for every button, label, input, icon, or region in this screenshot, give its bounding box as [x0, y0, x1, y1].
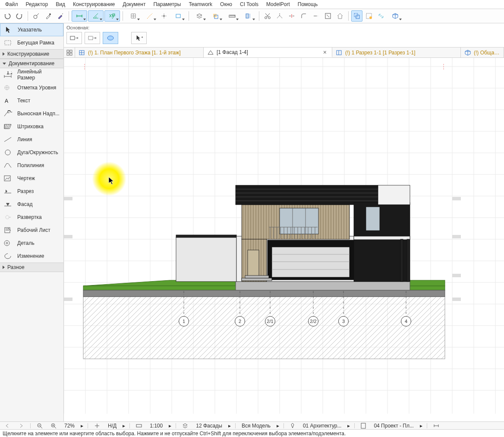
orientation[interactable]: [92, 423, 102, 429]
align-button[interactable]: [322, 10, 334, 22]
sheet-icon[interactable]: [359, 423, 368, 429]
tool-hatch[interactable]: Штриховка: [0, 120, 63, 133]
tool-line[interactable]: Линия: [0, 133, 63, 146]
tool-arc[interactable]: Дуга/Окружность: [0, 146, 63, 159]
section-document[interactable]: Документирование: [0, 59, 63, 68]
nd-value[interactable]: Н/Д: [106, 423, 118, 429]
split-button[interactable]: [286, 10, 297, 22]
suspend-group-button[interactable]: [363, 10, 375, 22]
cut-button[interactable]: [262, 10, 273, 22]
tab-3d[interactable]: (!) Общая Пер: [461, 48, 504, 57]
3d-view-button[interactable]: [387, 10, 403, 22]
tool-text[interactable]: AТекст: [0, 94, 63, 107]
separator: [69, 11, 69, 21]
chevron-right-icon[interactable]: ▸: [81, 423, 83, 429]
trace-button[interactable]: [208, 10, 224, 22]
model-name[interactable]: Вся Модель: [240, 423, 272, 429]
geometry-method-2[interactable]: [85, 32, 100, 44]
tool-worksheet[interactable]: Рабочий Лист: [0, 224, 63, 237]
pen-icon[interactable]: [288, 423, 297, 429]
tool-marquee[interactable]: Бегущая Рамка: [0, 36, 63, 49]
tab-overview-button[interactable]: [64, 48, 75, 57]
menu-document[interactable]: Документ: [119, 0, 149, 8]
measure-coord-button[interactable]: xy: [104, 10, 120, 22]
marquee-icon: [3, 38, 13, 47]
view-plane-button[interactable]: [170, 10, 186, 22]
zoom-value[interactable]: 72%: [63, 423, 76, 429]
inject-button[interactable]: [55, 10, 66, 22]
tool-leader[interactable]: A1Выносная Надп...: [0, 107, 63, 120]
svg-rect-31: [67, 50, 69, 52]
eyedropper-button[interactable]: [43, 10, 54, 22]
menu-parameters[interactable]: Параметры: [150, 0, 184, 8]
pick-button[interactable]: [31, 10, 42, 22]
section-construct[interactable]: Конструирование: [0, 49, 63, 59]
link-button[interactable]: [375, 10, 387, 22]
menu-teamwork[interactable]: Teamwork: [185, 0, 216, 8]
snap-point-button[interactable]: [158, 10, 170, 22]
dim-icon[interactable]: [432, 423, 441, 428]
chevron-right-icon[interactable]: ▸: [420, 423, 422, 429]
ruler-button[interactable]: [224, 10, 240, 22]
chevron-right-icon[interactable]: ▸: [347, 423, 350, 429]
close-tab-button[interactable]: ×: [321, 49, 328, 56]
chevron-right-icon[interactable]: ▸: [228, 423, 231, 429]
tab-plan[interactable]: (!) 1. План Первого Этажа [1. 1-й этаж]: [75, 48, 204, 57]
arch-name[interactable]: 01 Архитектур...: [301, 423, 343, 429]
pointer-mode[interactable]: [131, 32, 147, 44]
drawing-canvas[interactable]: 1 2 2/1 2/2 3 4: [64, 58, 504, 421]
redo-button[interactable]: [14, 10, 25, 22]
menu-construct[interactable]: Конструирование: [69, 0, 118, 8]
tool-unfold[interactable]: Развертка: [0, 211, 63, 224]
group-select-button[interactable]: [351, 10, 362, 22]
tool-linear-dim[interactable]: 1.2Линейный Размер: [0, 68, 63, 81]
geometry-method-1[interactable]: [66, 32, 82, 44]
snap-guides-button[interactable]: [142, 10, 158, 22]
measure-linear-button[interactable]: [72, 10, 87, 22]
measure-angle-button[interactable]: [88, 10, 104, 22]
layers-icon[interactable]: [180, 423, 190, 429]
extend-button[interactable]: [310, 10, 321, 22]
scale-value[interactable]: 1:100: [148, 423, 164, 429]
svg-rect-131: [245, 276, 269, 278]
trim-button[interactable]: [274, 10, 285, 22]
chevron-right-icon[interactable]: ▸: [123, 423, 125, 429]
tool-drawing[interactable]: Чертеж: [0, 172, 63, 185]
layer-button[interactable]: [192, 10, 207, 22]
tool-section[interactable]: Разрез: [0, 185, 63, 198]
geometry-method-3[interactable]: [103, 32, 118, 44]
menu-view[interactable]: Вид: [52, 0, 69, 8]
menu-citools[interactable]: CI Tools: [236, 0, 262, 8]
menu-editor[interactable]: Редактор: [22, 0, 52, 8]
scale-icon[interactable]: [134, 423, 144, 428]
tool-change[interactable]: Изменение: [0, 250, 63, 263]
tool-pointer[interactable]: Указатель: [0, 23, 63, 36]
grid-snap-button[interactable]: [126, 10, 141, 22]
tool-level-mark[interactable]: Отметка Уровня: [0, 81, 63, 94]
tool-detail[interactable]: Деталь: [0, 237, 63, 250]
tab-section[interactable]: (!) 1 Разрез 1-1 [1 Разрез 1-1]: [332, 48, 461, 57]
zoom-in[interactable]: [49, 423, 58, 429]
section-tool-button[interactable]: [241, 10, 256, 22]
home-button[interactable]: [334, 10, 346, 22]
undo-button[interactable]: [2, 10, 13, 22]
nav-fwd[interactable]: [16, 423, 26, 428]
menu-modelport[interactable]: ModelPort: [263, 0, 293, 8]
section-misc[interactable]: Разное: [0, 263, 63, 272]
svg-rect-89: [236, 280, 410, 290]
tool-polyline[interactable]: Полилиния: [0, 159, 63, 172]
menu-file[interactable]: Файл: [2, 0, 22, 8]
nav-back[interactable]: [3, 423, 12, 428]
chevron-right-icon[interactable]: ▸: [277, 423, 279, 429]
zoom-out[interactable]: [35, 423, 44, 429]
menu-help[interactable]: Помощь: [294, 0, 321, 8]
chevron-right-icon[interactable]: ▸: [169, 423, 171, 429]
proj-name[interactable]: 04 Проект - Пл...: [372, 423, 416, 429]
tab-elevation[interactable]: [1 Фасад 1-4] ×: [204, 48, 332, 57]
tool-elevation[interactable]: Фасад: [0, 198, 63, 211]
detail-icon: [3, 239, 13, 247]
menu-window[interactable]: Окно: [217, 0, 236, 8]
view-name[interactable]: 12 Фасады: [194, 423, 224, 429]
chevron-down-icon: [182, 19, 185, 20]
fillet-button[interactable]: [298, 10, 309, 22]
